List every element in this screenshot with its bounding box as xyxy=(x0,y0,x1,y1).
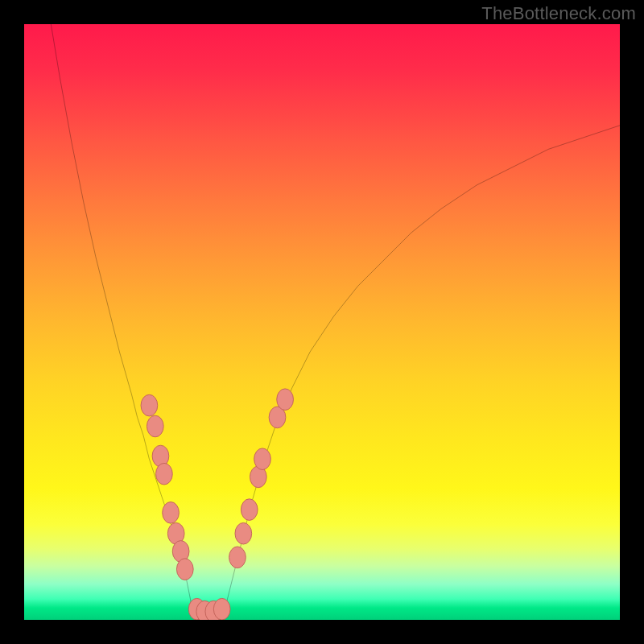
highlight-dot xyxy=(156,463,173,485)
highlight-dot xyxy=(235,522,252,544)
plot-area xyxy=(24,24,620,620)
highlight-dot xyxy=(213,598,230,620)
highlight-dot xyxy=(229,547,246,568)
dots-layer xyxy=(24,24,620,620)
highlight-dot xyxy=(241,499,258,521)
highlight-dot xyxy=(163,502,180,523)
watermark-text: TheBottleneck.com xyxy=(481,3,636,24)
outer-frame: TheBottleneck.com xyxy=(0,0,644,644)
highlight-dot xyxy=(147,415,163,437)
highlight-dot xyxy=(254,448,271,470)
highlight-dots-group xyxy=(141,389,293,620)
highlight-dot xyxy=(176,559,193,580)
highlight-dot xyxy=(141,394,158,416)
highlight-dot xyxy=(277,389,294,411)
